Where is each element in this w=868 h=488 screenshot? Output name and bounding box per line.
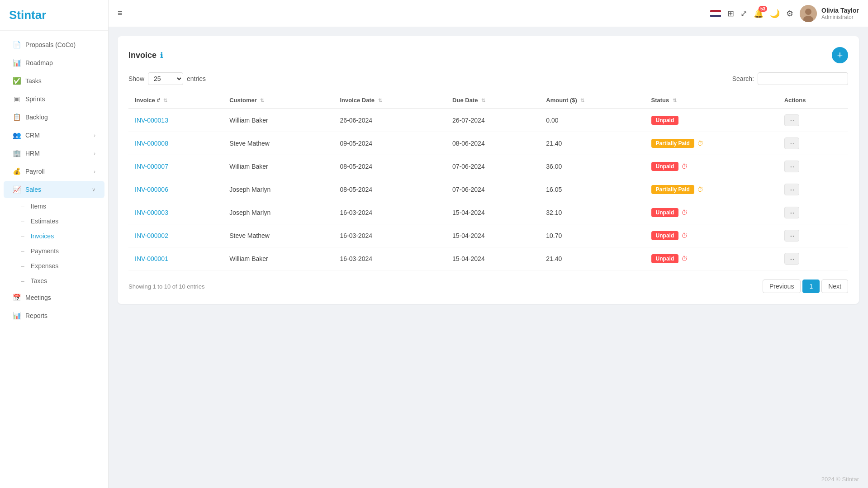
invoice-link[interactable]: INV-000001 — [135, 255, 168, 262]
add-invoice-button[interactable]: + — [832, 47, 848, 63]
sidebar-item-roadmap[interactable]: 📊 Roadmap — [4, 54, 104, 71]
page-1-button[interactable]: 1 — [802, 280, 820, 293]
col-invoice-date[interactable]: Invoice Date ⇅ — [333, 92, 446, 109]
chevron-right-icon: › — [94, 169, 95, 174]
next-button[interactable]: Next — [821, 280, 848, 293]
user-name: Olivia Taylor — [821, 7, 859, 14]
reports-icon: 📊 — [13, 312, 21, 320]
invoice-card: Invoice ℹ + Show 25 10 50 100 entries — [118, 36, 859, 304]
table-row: INV-000006Joseph Marlyn08-05-202407-06-2… — [128, 178, 848, 201]
cell-amount: 10.70 — [540, 224, 645, 247]
search-input[interactable] — [758, 72, 848, 85]
roadmap-icon: 📊 — [13, 59, 21, 67]
cell-invoice-num: INV-000002 — [128, 224, 223, 247]
notification-icon[interactable]: 🔔 53 — [754, 9, 764, 19]
action-menu-button[interactable]: ··· — [784, 114, 800, 126]
sidebar-item-label: Roadmap — [25, 59, 53, 66]
cell-amount: 32.10 — [540, 201, 645, 224]
status-badge: Unpaid — [651, 162, 679, 171]
cell-invoice-date: 09-05-2024 — [333, 132, 446, 155]
sidebar-item-reports[interactable]: 📊 Reports — [4, 307, 104, 324]
sidebar-item-sprints[interactable]: ▣ Sprints — [4, 90, 104, 108]
chevron-right-icon: › — [94, 151, 95, 156]
entries-select[interactable]: 25 10 50 100 — [148, 72, 183, 85]
cell-actions: ··· — [778, 224, 848, 247]
clock-icon: ⏱ — [681, 163, 688, 170]
invoice-link[interactable]: INV-000003 — [135, 209, 168, 216]
table-body: INV-000013William Baker26-06-202426-07-2… — [128, 109, 848, 270]
sidebar-item-label: Reports — [25, 312, 47, 319]
sidebar-item-sales[interactable]: 📈 Sales ∨ — [4, 181, 104, 198]
table-row: INV-000003Joseph Marlyn16-03-202415-04-2… — [128, 201, 848, 224]
sidebar-item-label: Meetings — [25, 294, 51, 301]
sprints-icon: ▣ — [13, 95, 21, 103]
col-customer[interactable]: Customer ⇅ — [223, 92, 333, 109]
sidebar-item-proposals[interactable]: 📄 Proposals (CoCo) — [4, 36, 104, 53]
sidebar-sub-items[interactable]: – Items — [4, 199, 104, 213]
status-badge: Unpaid — [651, 231, 679, 240]
sidebar-item-meetings[interactable]: 📅 Meetings — [4, 289, 104, 306]
action-menu-button[interactable]: ··· — [784, 137, 800, 149]
sidebar-sub-payments[interactable]: – Payments — [4, 244, 104, 258]
sidebar-item-label: HRM — [25, 150, 40, 157]
action-menu-button[interactable]: ··· — [784, 253, 800, 265]
action-menu-button[interactable]: ··· — [784, 161, 800, 172]
action-menu-button[interactable]: ··· — [784, 207, 800, 218]
cell-amount: 16.05 — [540, 178, 645, 201]
sort-icon: ⇅ — [378, 98, 382, 103]
sub-item-label: Estimates — [31, 218, 58, 225]
theme-icon[interactable]: 🌙 — [770, 9, 780, 19]
cell-invoice-date: 08-05-2024 — [333, 155, 446, 178]
app-logo: Stintar — [9, 8, 46, 22]
info-icon[interactable]: ℹ — [160, 51, 163, 60]
invoice-link[interactable]: INV-000013 — [135, 117, 168, 124]
invoice-link[interactable]: INV-000002 — [135, 232, 168, 239]
sidebar-item-hrm[interactable]: 🏢 HRM › — [4, 145, 104, 162]
sidebar-sub-estimates[interactable]: – Estimates — [4, 214, 104, 228]
user-profile[interactable]: Olivia Taylor Administrator — [800, 5, 859, 22]
action-menu-button[interactable]: ··· — [784, 230, 800, 242]
avatar — [800, 5, 817, 22]
col-due-date[interactable]: Due Date ⇅ — [446, 92, 540, 109]
sidebar-item-tasks[interactable]: ✅ Tasks — [4, 72, 104, 90]
page-title: Invoice — [128, 51, 157, 60]
topbar: ≡ ⊞ ⤢ 🔔 53 🌙 ⚙ Olivia — [109, 0, 868, 27]
cell-due-date: 07-06-2024 — [446, 178, 540, 201]
col-invoice-num[interactable]: Invoice # ⇅ — [128, 92, 223, 109]
menu-icon[interactable]: ≡ — [118, 9, 123, 18]
settings-icon[interactable]: ⚙ — [786, 9, 793, 19]
fullscreen-icon[interactable]: ⤢ — [740, 9, 747, 19]
invoice-link[interactable]: INV-000008 — [135, 140, 168, 147]
table-header: Invoice # ⇅ Customer ⇅ Invoice Date ⇅ — [128, 92, 848, 109]
table-row: INV-000008Steve Mathew09-05-202408-06-20… — [128, 132, 848, 155]
sales-icon: 📈 — [13, 185, 21, 194]
invoice-link[interactable]: INV-000006 — [135, 186, 168, 193]
sidebar-item-backlog[interactable]: 📋 Backlog — [4, 109, 104, 126]
sidebar-item-crm[interactable]: 👥 CRM › — [4, 127, 104, 144]
clock-icon: ⏱ — [681, 209, 688, 216]
previous-button[interactable]: Previous — [763, 280, 801, 293]
search-box: Search: — [732, 72, 848, 85]
sidebar-item-payroll[interactable]: 💰 Payroll › — [4, 163, 104, 180]
apps-icon[interactable]: ⊞ — [727, 9, 734, 19]
chevron-down-icon: ∨ — [92, 187, 95, 193]
col-status[interactable]: Status ⇅ — [645, 92, 778, 109]
clock-icon: ⏱ — [681, 232, 688, 239]
action-menu-button[interactable]: ··· — [784, 184, 800, 195]
show-label: Show — [128, 75, 144, 82]
cell-status: Unpaid⏱ — [645, 201, 778, 224]
cell-amount: 36.00 — [540, 155, 645, 178]
table-row: INV-000002Steve Mathew16-03-202415-04-20… — [128, 224, 848, 247]
sidebar-sub-invoices[interactable]: – Invoices — [4, 229, 104, 243]
invoice-link[interactable]: INV-000007 — [135, 163, 168, 170]
col-amount[interactable]: Amount ($) ⇅ — [540, 92, 645, 109]
sidebar-sub-expenses[interactable]: – Expenses — [4, 259, 104, 273]
cell-invoice-date: 16-03-2024 — [333, 201, 446, 224]
cell-invoice-num: INV-000006 — [128, 178, 223, 201]
col-actions: Actions — [778, 92, 848, 109]
sidebar-sub-taxes[interactable]: – Taxes — [4, 274, 104, 288]
language-flag-icon[interactable] — [710, 10, 721, 17]
pagination: Showing 1 to 10 of 10 entries Previous 1… — [128, 280, 848, 293]
cell-customer: Joseph Marlyn — [223, 201, 333, 224]
search-label: Search: — [732, 75, 754, 82]
